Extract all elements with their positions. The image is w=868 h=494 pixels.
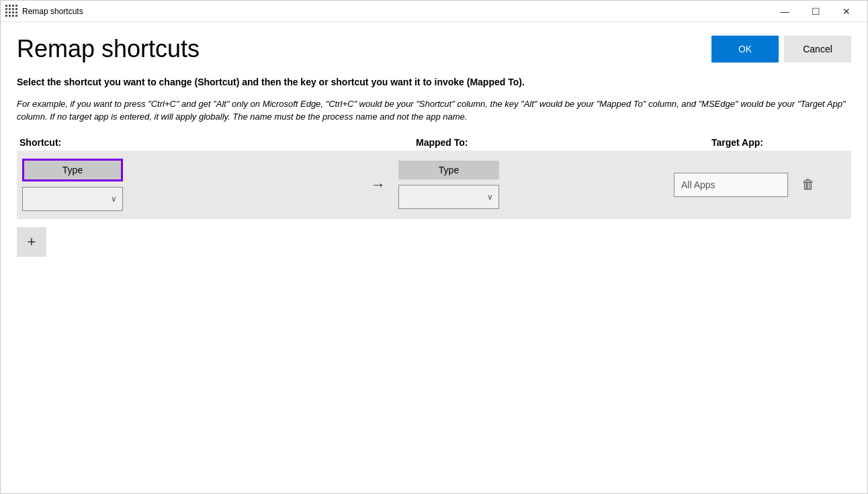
window-controls: — ☐ ✕ xyxy=(769,1,862,22)
columns-header: Shortcut: Mapped To: Target App: xyxy=(17,137,851,148)
close-button[interactable]: ✕ xyxy=(831,1,862,22)
arrow-section: → xyxy=(358,176,398,194)
mapped-dropdown[interactable]: ∨ xyxy=(398,185,499,209)
shortcut-column-label: Shortcut: xyxy=(19,137,376,148)
description-bold: Select the shortcut you want to change (… xyxy=(17,76,851,89)
shortcut-dropdown[interactable]: ∨ xyxy=(22,187,123,211)
cancel-button[interactable]: Cancel xyxy=(784,36,851,63)
header-row: Remap shortcuts OK Cancel xyxy=(17,36,851,63)
main-window: Remap shortcuts — ☐ ✕ Remap shortcuts OK… xyxy=(0,0,868,494)
arrow-icon: → xyxy=(371,176,386,194)
header-buttons: OK Cancel xyxy=(711,36,851,63)
minimize-button[interactable]: — xyxy=(769,1,800,22)
target-column-label: Target App: xyxy=(711,137,849,148)
app-icon xyxy=(6,6,17,17)
ok-button[interactable]: OK xyxy=(711,36,779,63)
content-area: Remap shortcuts OK Cancel Select the sho… xyxy=(1,22,867,493)
mapped-dropdown-chevron: ∨ xyxy=(487,192,493,202)
description-italic: For example, if you want to press "Ctrl+… xyxy=(17,97,851,124)
mapped-section: Type ∨ xyxy=(398,161,667,209)
page-title: Remap shortcuts xyxy=(17,36,200,63)
target-section: 🗑 xyxy=(667,173,846,197)
add-row-button[interactable]: + xyxy=(17,227,46,257)
maximize-button[interactable]: ☐ xyxy=(800,1,831,22)
delete-row-button[interactable]: 🗑 xyxy=(799,174,818,195)
mapped-type-button[interactable]: Type xyxy=(398,161,499,179)
mapped-column-label: Mapped To: xyxy=(416,137,711,148)
target-app-input[interactable] xyxy=(674,173,788,197)
title-bar: Remap shortcuts — ☐ ✕ xyxy=(1,1,867,22)
shortcut-type-button[interactable]: Type xyxy=(22,159,123,181)
mapping-row: Type ∨ → Type ∨ xyxy=(17,151,851,219)
shortcut-dropdown-chevron: ∨ xyxy=(111,194,117,204)
window-title: Remap shortcuts xyxy=(22,7,769,16)
trash-icon: 🗑 xyxy=(801,177,815,192)
shortcut-section: Type ∨ xyxy=(22,159,358,211)
